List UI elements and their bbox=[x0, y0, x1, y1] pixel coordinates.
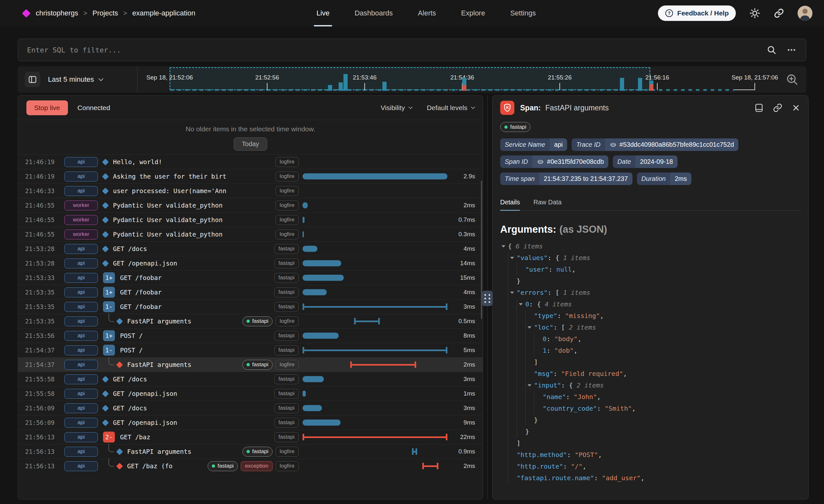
service-badge-api[interactable]: api bbox=[64, 157, 98, 167]
nav-tab-explore[interactable]: Explore bbox=[461, 0, 485, 26]
tag-logfire[interactable]: logfire bbox=[276, 360, 299, 370]
trace-row[interactable]: 21:53:28apiGET /openapi.jsonfastapi14ms bbox=[18, 256, 483, 270]
trace-row[interactable]: 21:53:56api1+POST /fastapi8ms bbox=[18, 328, 483, 343]
service-badge-api[interactable]: api bbox=[64, 287, 98, 297]
trace-row[interactable]: 21:55:58apiGET /docsfastapi3ms bbox=[18, 372, 483, 386]
tag-logfire[interactable]: logfire bbox=[276, 215, 299, 225]
service-badge-api[interactable]: api bbox=[64, 461, 98, 471]
service-badge-api[interactable]: api bbox=[64, 273, 98, 283]
service-badge-worker[interactable]: worker bbox=[64, 201, 98, 210]
timeline-selection[interactable] bbox=[170, 67, 650, 90]
trace-row[interactable]: 21:54:37apiFastAPI argumentsfastapilogfi… bbox=[18, 357, 483, 372]
service-badge-api[interactable]: api bbox=[64, 316, 98, 326]
expand-children-badge[interactable]: 1- bbox=[103, 301, 115, 312]
breadcrumb-item[interactable]: christophergs bbox=[36, 9, 78, 17]
close-icon[interactable] bbox=[792, 103, 801, 112]
trace-row[interactable]: 21:56:13api2-GET /bazfastapi22ms bbox=[18, 430, 483, 444]
tag-fastapi[interactable]: fastapi bbox=[274, 302, 299, 312]
trace-row[interactable]: 21:53:35api1-GET /foobarfastapi3ms bbox=[18, 299, 483, 314]
trace-row[interactable]: 21:56:13apiFastAPI argumentsfastapilogfi… bbox=[18, 444, 483, 459]
json-collapse-icon[interactable] bbox=[502, 245, 505, 247]
service-badge-api[interactable]: api bbox=[64, 389, 98, 399]
tag-fastapi[interactable]: fastapi bbox=[274, 287, 299, 297]
tag-fastapi[interactable]: fastapi bbox=[274, 331, 299, 341]
copy-link-button[interactable] bbox=[773, 103, 783, 113]
sql-filter-input[interactable] bbox=[18, 46, 767, 54]
service-badge-api[interactable]: api bbox=[64, 360, 98, 370]
feedback-help-button[interactable]: ? Feedback / Help bbox=[658, 5, 736, 21]
service-badge-api[interactable]: api bbox=[64, 259, 98, 269]
expand-children-badge[interactable]: 1+ bbox=[103, 272, 115, 283]
service-badge-api[interactable]: api bbox=[64, 447, 98, 457]
service-badge-api[interactable]: api bbox=[64, 403, 98, 413]
tag-fastapi[interactable]: fastapi bbox=[274, 259, 299, 269]
trace-row[interactable]: 21:53:35apiFastAPI argumentsfastapilogfi… bbox=[18, 314, 483, 328]
tag-logfire[interactable]: logfire bbox=[276, 201, 299, 210]
timeline-zoom-in-button[interactable] bbox=[786, 73, 799, 86]
tag-fastapi[interactable]: fastapi bbox=[274, 403, 299, 413]
tag-exception[interactable]: exception bbox=[241, 461, 273, 471]
service-badge-worker[interactable]: worker bbox=[64, 229, 98, 239]
nav-tab-alerts[interactable]: Alerts bbox=[418, 0, 436, 26]
today-button[interactable]: Today bbox=[234, 137, 267, 150]
expand-children-badge[interactable]: 2- bbox=[103, 431, 115, 442]
service-badge-api[interactable]: api bbox=[64, 244, 98, 254]
trace-row[interactable]: 21:46:33apiuser processed: User(name='An… bbox=[18, 184, 483, 198]
stop-live-button[interactable]: Stop live bbox=[26, 100, 68, 115]
sidebar-toggle-button[interactable] bbox=[25, 72, 40, 87]
trace-row[interactable]: 21:46:19apiHello, world!logfire bbox=[18, 155, 483, 169]
tag-logfire[interactable]: logfire bbox=[276, 229, 299, 239]
tag-logfire[interactable]: logfire bbox=[276, 461, 299, 471]
service-badge-api[interactable]: api bbox=[64, 345, 98, 355]
json-collapse-icon[interactable] bbox=[519, 303, 523, 305]
tag-fastapi[interactable]: fastapi bbox=[242, 316, 273, 326]
chip-value[interactable]: #0e31f5fd70e08cdb bbox=[532, 156, 608, 168]
service-badge-api[interactable]: api bbox=[64, 418, 98, 428]
tag-fastapi[interactable]: fastapi bbox=[274, 345, 299, 355]
tag-logfire[interactable]: logfire bbox=[276, 172, 299, 182]
trace-row[interactable]: 21:46:55workerPydantic User validate_pyt… bbox=[18, 198, 483, 212]
trace-row[interactable]: 21:55:58apiGET /openapi.jsonfastapi1ms bbox=[18, 386, 483, 401]
dock-panel-button[interactable] bbox=[754, 103, 764, 113]
tag-fastapi[interactable]: fastapi bbox=[242, 360, 273, 370]
tag-logfire[interactable]: logfire bbox=[276, 186, 299, 196]
expand-children-badge[interactable]: 1- bbox=[103, 345, 115, 356]
trace-row[interactable]: 21:46:55workerPydantic User validate_pyt… bbox=[18, 227, 483, 241]
trace-row[interactable]: 21:46:55workerPydantic User validate_pyt… bbox=[18, 212, 483, 227]
service-badge-api[interactable]: api bbox=[64, 374, 98, 384]
tag-fastapi[interactable]: fastapi bbox=[274, 244, 299, 254]
service-badge-api[interactable]: api bbox=[64, 172, 98, 182]
default-levels-dropdown[interactable]: Default levels bbox=[427, 104, 475, 112]
tag-fastapi[interactable]: fastapi bbox=[274, 432, 299, 442]
service-tag-pill[interactable]: fastapi bbox=[500, 122, 530, 132]
service-badge-api[interactable]: api bbox=[64, 432, 98, 442]
service-badge-api[interactable]: api bbox=[64, 186, 98, 196]
avatar[interactable] bbox=[798, 6, 812, 21]
tag-logfire[interactable]: logfire bbox=[276, 447, 299, 457]
breadcrumb-item[interactable]: example-application bbox=[132, 9, 195, 17]
json-collapse-icon[interactable] bbox=[510, 257, 514, 259]
expand-children-badge[interactable]: 1+ bbox=[103, 287, 115, 298]
trace-row[interactable]: 21:53:33api1+GET /foobarfastapi15ms bbox=[18, 270, 483, 285]
trace-row[interactable]: 21:56:13apiGET /baz (fofastapiexceptionl… bbox=[18, 459, 483, 473]
logfire-logo-icon[interactable] bbox=[22, 9, 30, 18]
trace-row[interactable]: 21:54:37api1-POST /fastapi5ms bbox=[18, 343, 483, 357]
tag-fastapi[interactable]: fastapi bbox=[242, 447, 273, 457]
tag-fastapi[interactable]: fastapi bbox=[274, 389, 299, 399]
tag-fastapi[interactable]: fastapi bbox=[274, 418, 299, 428]
tag-fastapi[interactable]: fastapi bbox=[274, 273, 299, 283]
trace-row[interactable]: 21:53:28apiGET /docsfastapi4ms bbox=[18, 241, 483, 256]
share-link-button[interactable] bbox=[774, 8, 784, 18]
service-badge-api[interactable]: api bbox=[64, 302, 98, 312]
tag-fastapi[interactable]: fastapi bbox=[274, 374, 299, 384]
nav-tab-settings[interactable]: Settings bbox=[510, 0, 536, 26]
trace-row[interactable]: 21:53:35api1+GET /foobarfastapi4ms bbox=[18, 285, 483, 299]
tag-fastapi[interactable]: fastapi bbox=[208, 461, 238, 471]
nav-tab-dashboards[interactable]: Dashboards bbox=[355, 0, 393, 26]
detail-tab-details[interactable]: Details bbox=[500, 199, 520, 210]
panel-resize-handle[interactable] bbox=[482, 291, 493, 306]
chip-value[interactable]: #53ddc40980a86b57bfe89c1cc01c752d bbox=[605, 138, 739, 151]
theme-toggle-button[interactable] bbox=[749, 8, 760, 19]
detail-tab-raw-data[interactable]: Raw Data bbox=[533, 199, 562, 210]
trace-row[interactable]: 21:46:19apiAsking the user for their bir… bbox=[18, 169, 483, 184]
